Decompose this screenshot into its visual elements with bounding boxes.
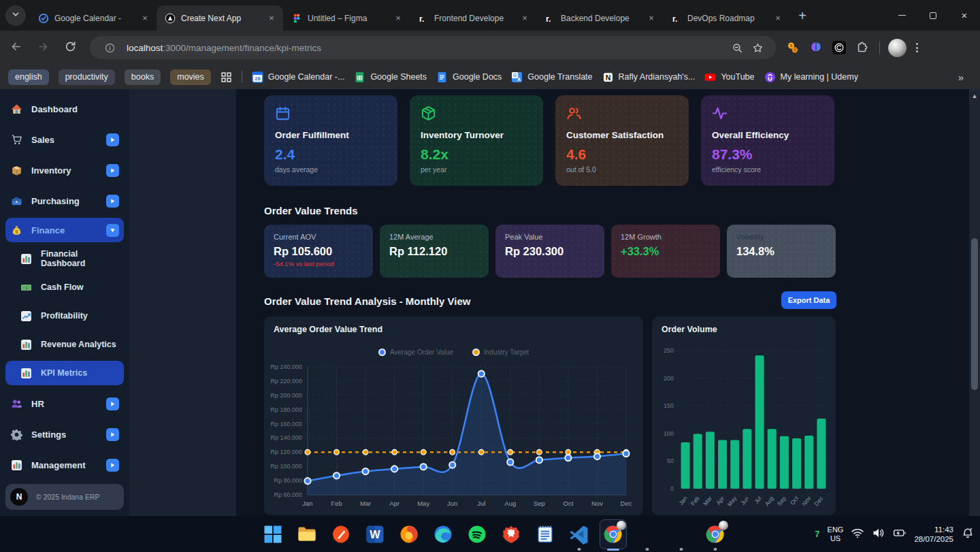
tab-search-button[interactable] xyxy=(5,5,26,26)
brain-extension-icon[interactable] xyxy=(807,39,825,56)
sidebar-item-inventory[interactable]: Inventory xyxy=(5,159,124,182)
battery-icon[interactable] xyxy=(893,526,906,542)
notion-icon: N xyxy=(602,71,614,83)
apps-grid-icon[interactable] xyxy=(220,71,232,83)
file-explorer-button[interactable] xyxy=(290,516,324,552)
expand-chevron-button[interactable] xyxy=(106,195,119,208)
expand-chevron-button[interactable] xyxy=(106,133,119,146)
wifi-icon[interactable] xyxy=(851,526,864,542)
tab-figma[interactable]: Untitled – Figma × xyxy=(283,5,410,31)
vscode-icon xyxy=(569,524,589,545)
bookmark-youtube[interactable]: YouTube xyxy=(704,71,754,83)
address-bar[interactable]: localhost:3000/management/finance/kpi-me… xyxy=(90,36,776,59)
clock[interactable]: 11:43 28/07/2025 xyxy=(914,525,953,544)
browser-menu-icon[interactable] xyxy=(916,43,918,52)
currency-extension-icon[interactable]: $¥ xyxy=(784,39,802,56)
bookmark-google-docs[interactable]: Google Docs xyxy=(436,71,502,83)
bookmark-google-sheets[interactable]: Google Sheets xyxy=(354,71,427,83)
forward-button[interactable] xyxy=(31,36,54,59)
tab-backend-roadmap[interactable]: r. Backend Develope × xyxy=(536,5,663,31)
search-icon[interactable] xyxy=(727,37,747,58)
svg-text:$: $ xyxy=(16,229,18,234)
firefox-button[interactable] xyxy=(392,516,426,552)
chrome-icon xyxy=(705,524,725,545)
expand-chevron-button[interactable] xyxy=(106,164,119,177)
new-tab-button[interactable]: + xyxy=(792,5,813,26)
c-extension-icon[interactable] xyxy=(830,39,848,56)
chrome-alt-button[interactable] xyxy=(698,516,732,552)
export-data-button[interactable]: Export Data xyxy=(781,291,836,309)
sidebar-item-purchasing[interactable]: Purchasing xyxy=(5,189,124,212)
start-button[interactable] xyxy=(256,516,290,552)
reload-icon xyxy=(64,40,77,56)
bookmark-udemy[interactable]: My learning | Udemy xyxy=(764,71,858,83)
scroll-up-arrow-icon[interactable]: ▲ xyxy=(969,93,980,99)
vscode-button[interactable] xyxy=(562,516,596,552)
site-info-icon[interactable] xyxy=(99,37,120,58)
tab-close-icon[interactable]: × xyxy=(772,12,784,25)
tab-close-icon[interactable]: × xyxy=(139,12,151,25)
notification-count-badge[interactable]: 7 xyxy=(815,529,819,539)
tab-title: Frontend Develope xyxy=(434,14,513,23)
bookmark-notion[interactable]: NRafly Ardiansyah's... xyxy=(602,71,696,83)
sidebar: Dashboard Sales Inventory Purchasing $Fi… xyxy=(0,89,129,516)
bookmark-google-translate[interactable]: GAGoogle Translate xyxy=(511,71,592,83)
extensions-puzzle-icon[interactable] xyxy=(853,39,871,56)
tab-google-calendar[interactable]: Google Calendar - × xyxy=(30,5,157,31)
sidebar-item-financial-dashboard[interactable]: Financial Dashboard xyxy=(5,247,124,270)
bookmark-star-icon[interactable] xyxy=(747,37,768,58)
word-button[interactable]: W xyxy=(358,516,392,552)
excel-button[interactable] xyxy=(664,516,698,552)
collapse-chevron-button[interactable] xyxy=(106,224,119,237)
tab-strip: Google Calendar - × Create Next App × Un… xyxy=(0,0,980,31)
tab-close-icon[interactable]: × xyxy=(645,12,657,25)
sidebar-item-revenue-analytics[interactable]: Revenue Analytics xyxy=(5,333,124,356)
chrome-button-active[interactable] xyxy=(596,516,630,552)
bookmark-folder-english[interactable]: english xyxy=(8,69,49,85)
tab-frontend-roadmap[interactable]: r. Frontend Develope × xyxy=(410,5,536,31)
brave-button[interactable] xyxy=(494,516,528,552)
close-button[interactable]: × xyxy=(949,0,980,31)
tab-create-next-app[interactable]: Create Next App × xyxy=(157,5,283,31)
google-sheets-icon xyxy=(354,71,365,83)
bookmark-folder-movies[interactable]: movies xyxy=(170,69,211,85)
sidebar-item-dashboard[interactable]: Dashboard xyxy=(5,97,124,120)
language-indicator[interactable]: ENG US xyxy=(828,525,844,543)
sidebar-item-kpi-metrics[interactable]: KPI Metrics xyxy=(5,361,124,385)
bookmark-folder-productivity[interactable]: productivity xyxy=(59,69,115,85)
notification-bell-icon[interactable]: z xyxy=(961,526,975,542)
maximize-button[interactable] xyxy=(917,0,949,31)
sidebar-item-finance[interactable]: $Finance xyxy=(5,218,124,242)
tab-devops-roadmap[interactable]: r. DevOps Roadmap × xyxy=(663,5,789,31)
average-order-value-line-chart: Rp 240.000Rp 220.000Rp 200.000Rp 180.000… xyxy=(264,316,643,515)
profile-avatar[interactable] xyxy=(888,39,906,57)
sidebar-item-settings[interactable]: Settings xyxy=(5,423,124,446)
bookmarks-overflow-chevron[interactable]: » xyxy=(958,71,972,83)
reload-button[interactable] xyxy=(59,36,82,59)
notepad-button[interactable] xyxy=(528,516,562,552)
sidebar-item-profitability[interactable]: Profitability xyxy=(5,304,124,327)
sidebar-item-cash-flow[interactable]: $Cash Flow xyxy=(5,276,124,299)
back-button[interactable] xyxy=(4,36,27,59)
expand-chevron-button[interactable] xyxy=(106,459,119,472)
page-scrollbar[interactable]: ▲ xyxy=(969,89,980,516)
pen-app-button[interactable] xyxy=(324,516,358,552)
tab-close-icon[interactable]: × xyxy=(392,12,404,25)
sidebar-item-management[interactable]: Management xyxy=(5,453,124,476)
spotify-button[interactable] xyxy=(460,516,494,552)
blue-app-button[interactable] xyxy=(630,516,664,552)
tab-close-icon[interactable]: × xyxy=(519,12,531,25)
sidebar-item-hr[interactable]: HR xyxy=(5,392,124,415)
bookmark-google-calendar[interactable]: 28Google Calendar -... xyxy=(252,71,345,83)
sidebar-item-sales[interactable]: Sales xyxy=(5,128,124,151)
nextjs-icon xyxy=(165,13,176,24)
tab-close-icon[interactable]: × xyxy=(265,12,278,25)
minimize-button[interactable] xyxy=(886,0,917,31)
expand-chevron-button[interactable] xyxy=(106,397,119,410)
edge-button[interactable] xyxy=(426,516,460,552)
tab-title: DevOps Roadmap xyxy=(687,14,766,23)
expand-chevron-button[interactable] xyxy=(106,428,119,441)
bookmark-folder-books[interactable]: books xyxy=(125,69,161,85)
volume-icon[interactable] xyxy=(872,526,885,542)
scrollbar-thumb[interactable] xyxy=(971,238,978,390)
